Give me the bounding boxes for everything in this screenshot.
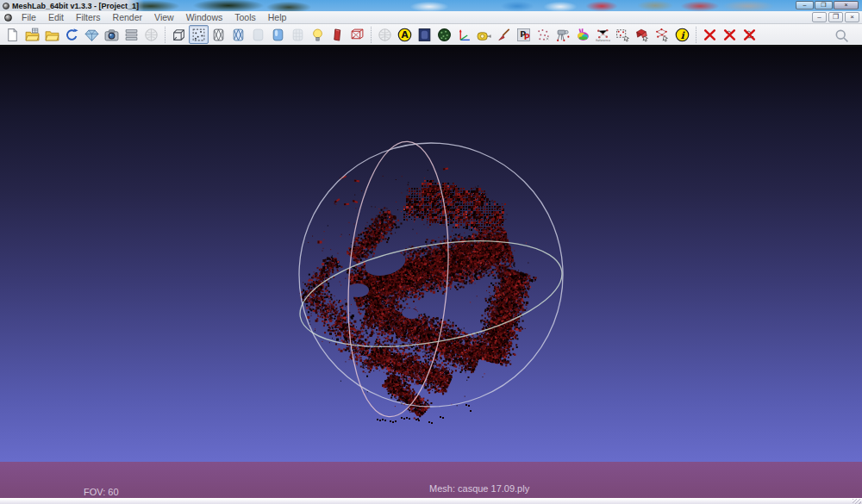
reload-mesh-button[interactable] xyxy=(62,25,82,44)
toolbar: APPReferencei xyxy=(0,24,862,47)
show-layer-dialog-button[interactable] xyxy=(122,25,141,44)
menu-help[interactable]: Help xyxy=(262,11,293,24)
globe-icon xyxy=(378,28,392,42)
import-mesh-button[interactable] xyxy=(42,25,62,44)
point-picking-button[interactable]: PP xyxy=(514,25,534,44)
align-cam-icon xyxy=(556,28,571,42)
env-map-button[interactable] xyxy=(434,25,454,44)
cyl-tex-icon xyxy=(290,28,305,42)
red-wirebox-icon xyxy=(350,28,365,42)
x-del-2-icon xyxy=(722,28,737,42)
reload-icon xyxy=(65,28,79,42)
measure-tool-button[interactable] xyxy=(474,25,494,44)
show-rasters-button[interactable] xyxy=(141,25,161,44)
menu-filters[interactable]: Filters xyxy=(70,11,107,24)
globe-icon xyxy=(144,28,159,42)
reference-icon: Reference xyxy=(596,28,610,42)
resize-grip[interactable] xyxy=(853,499,861,504)
project-window-icon xyxy=(4,14,12,22)
red-slab-icon xyxy=(330,28,345,42)
colorize-tool-button[interactable] xyxy=(573,25,593,44)
camera-icon xyxy=(104,28,119,42)
x-del-icon xyxy=(703,28,717,42)
toolbar-separator xyxy=(165,27,166,43)
window-close-button[interactable]: × xyxy=(834,1,859,9)
light-toggle-button[interactable] xyxy=(308,25,328,44)
menu-render[interactable]: Render xyxy=(107,11,148,24)
project-close-button[interactable]: × xyxy=(845,12,859,22)
box-dots-icon xyxy=(191,28,206,42)
new-project-button[interactable] xyxy=(3,25,22,44)
brush-icon xyxy=(497,28,511,42)
window-restore-button[interactable]: ❐ xyxy=(815,1,833,9)
viewport-status-overlay: FOV: 60 FPS: 476.2 Mesh: casque 17.09.pl… xyxy=(0,462,862,498)
render-smooth-button[interactable] xyxy=(268,25,288,44)
page-icon xyxy=(5,28,20,42)
box-wire-icon xyxy=(172,28,186,42)
render-flat-button[interactable] xyxy=(248,25,268,44)
menu-tools[interactable]: Tools xyxy=(228,11,262,24)
select-rect-icon xyxy=(615,28,630,42)
menu-windows[interactable]: Windows xyxy=(180,11,229,24)
meshlab-logo-icon xyxy=(3,3,9,9)
camera-stats: FOV: 60 FPS: 476.2 xyxy=(84,464,136,498)
render-points-button[interactable] xyxy=(189,25,209,44)
info-icon: i xyxy=(675,28,690,42)
title-area: MeshLab_64bit v1.3.3 - [Project_1] xyxy=(0,0,144,11)
paint-tool-button[interactable] xyxy=(494,25,514,44)
backface-culling-button[interactable] xyxy=(328,25,347,44)
toolbar-separator xyxy=(696,27,696,43)
title-bar[interactable]: MeshLab_64bit v1.3.3 - [Project_1] –❐× xyxy=(0,0,862,11)
render-wireframe-button[interactable] xyxy=(209,25,228,44)
point-cloud-edit-button[interactable] xyxy=(534,25,553,44)
menu-file[interactable]: File xyxy=(16,11,42,24)
diamond-icon xyxy=(84,28,99,42)
mesh-info-button[interactable]: i xyxy=(672,25,692,44)
layers-icon xyxy=(124,28,139,42)
filter-search-button[interactable] xyxy=(832,26,852,45)
render-flat-lines-button[interactable] xyxy=(228,25,248,44)
align-tool-button[interactable] xyxy=(553,25,573,44)
menu-items: FileEditFiltersRenderViewWindowsToolsHel… xyxy=(16,11,292,24)
sparkle-icon xyxy=(536,28,551,42)
select-vertices-rect-button[interactable] xyxy=(613,25,633,44)
cyl-wire-blue-icon xyxy=(231,28,246,42)
menu-edit[interactable]: Edit xyxy=(42,11,70,24)
select-faces-button[interactable] xyxy=(633,25,653,44)
circle-a-icon: A xyxy=(397,28,412,42)
render-texture-button[interactable] xyxy=(288,25,308,44)
open-project-button[interactable] xyxy=(22,25,42,44)
show-labels-button[interactable]: A xyxy=(395,25,415,44)
axes-icon xyxy=(457,28,472,42)
background-panel-button[interactable] xyxy=(415,25,434,44)
mesh-stats: Mesh: casque 17.09.ply Vertices: 78430 F… xyxy=(429,463,529,498)
delete-selected-vertices-button[interactable] xyxy=(700,25,720,44)
svg-text:P: P xyxy=(524,32,530,41)
folder-box-icon xyxy=(25,28,40,42)
menu-view[interactable]: View xyxy=(148,11,180,24)
select-vertices-button[interactable] xyxy=(653,25,672,44)
project-minimize-button[interactable]: – xyxy=(812,12,827,22)
cyl-smooth-icon xyxy=(271,28,285,42)
toolbar-groups: APPReferencei xyxy=(3,25,759,44)
gl-viewport[interactable]: FOV: 60 FPS: 476.2 Mesh: casque 17.09.pl… xyxy=(0,47,862,498)
window-controls: –❐× xyxy=(796,1,859,9)
delete-selected-faces-button[interactable] xyxy=(720,25,740,44)
mdi-window-controls: –❐× xyxy=(812,12,859,22)
render-bbox-button[interactable] xyxy=(169,25,189,44)
meshlab-window: MeshLab_64bit v1.3.3 - [Project_1] –❐× F… xyxy=(0,0,862,504)
cyl-wire-icon xyxy=(211,28,226,42)
doubleside-lighting-button[interactable] xyxy=(347,25,367,44)
show-axis-button[interactable] xyxy=(454,25,474,44)
window-minimize-button[interactable]: – xyxy=(796,1,814,9)
panel-blue-icon xyxy=(417,28,432,42)
project-restore-button[interactable]: ❐ xyxy=(828,12,843,22)
orthographic-view-button[interactable] xyxy=(375,25,395,44)
export-mesh-button[interactable] xyxy=(82,25,102,44)
menu-bar: FileEditFiltersRenderViewWindowsToolsHel… xyxy=(0,11,862,24)
snapshot-button[interactable] xyxy=(102,25,122,44)
pp-icon: PP xyxy=(516,28,531,42)
reference-tool-button[interactable]: Reference xyxy=(593,25,613,44)
svg-text:A: A xyxy=(401,29,409,40)
delete-selected-faces-vertices-button[interactable] xyxy=(740,25,759,44)
